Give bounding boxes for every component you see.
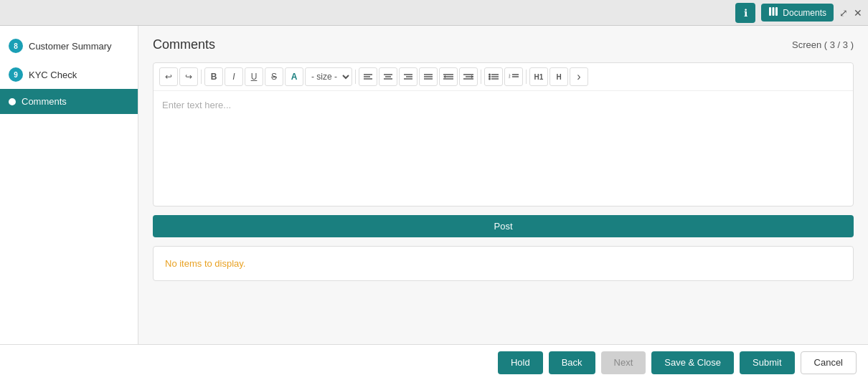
page-title: Comments — [153, 37, 215, 52]
step-badge-customer-summary: 8 — [9, 39, 23, 53]
h1-button[interactable]: H1 — [529, 67, 548, 86]
bold-button[interactable]: B — [204, 67, 223, 86]
next-button[interactable]: Next — [601, 351, 646, 374]
svg-marker-18 — [443, 75, 445, 78]
editor-box: ↩ ↪ B I U S A - size - 8101214161824 — [153, 62, 854, 206]
documents-label: Documents — [783, 8, 826, 18]
cancel-button[interactable]: Cancel — [801, 351, 857, 374]
undo-button[interactable]: ↩ — [159, 67, 178, 86]
justify-button[interactable] — [419, 67, 438, 86]
step-badge-comments — [9, 98, 16, 105]
svg-point-25 — [489, 76, 491, 78]
svg-rect-1 — [773, 7, 775, 16]
content-area: Comments Screen ( 3 / 3 ) ↩ ↪ B I U S A … — [138, 26, 868, 344]
font-color-button[interactable]: A — [285, 67, 303, 86]
screen-info: Screen ( 3 / 3 ) — [792, 39, 854, 50]
h2-button[interactable]: H — [549, 67, 568, 86]
post-button[interactable]: Post — [153, 215, 854, 237]
svg-marker-22 — [471, 75, 473, 78]
expand-button[interactable]: ⤢ — [839, 7, 848, 19]
empty-items-box: No items to display. — [153, 246, 854, 281]
back-button[interactable]: Back — [549, 351, 595, 374]
sidebar-item-customer-summary[interactable]: 8 Customer Summary — [0, 32, 138, 60]
sidebar-item-comments[interactable]: Comments — [0, 89, 138, 114]
sidebar: 8 Customer Summary 9 KYC Check Comments — [0, 26, 138, 344]
strikethrough-button[interactable]: S — [265, 67, 283, 86]
font-size-select[interactable]: - size - 8101214161824 — [305, 67, 352, 86]
sidebar-label-customer-summary: Customer Summary — [29, 41, 112, 52]
toolbar-divider-2 — [355, 70, 356, 84]
italic-button[interactable]: I — [225, 67, 243, 86]
svg-point-23 — [489, 74, 491, 76]
indent-decrease-button[interactable] — [439, 67, 458, 86]
documents-bar-icon — [768, 6, 778, 19]
svg-text:2.: 2. — [509, 75, 511, 79]
underline-button[interactable]: U — [245, 67, 263, 86]
editor-toolbar: ↩ ↪ B I U S A - size - 8101214161824 — [154, 63, 853, 91]
documents-button[interactable]: Documents — [761, 4, 834, 22]
footer: Hold Back Next Save & Close Submit Cance… — [0, 344, 868, 380]
save-close-button[interactable]: Save & Close — [651, 351, 734, 374]
ordered-list-button[interactable]: 1.2. — [504, 67, 523, 86]
sidebar-label-comments: Comments — [22, 96, 67, 107]
sidebar-label-kyc-check: KYC Check — [29, 70, 77, 80]
unordered-list-button[interactable] — [484, 67, 503, 86]
toolbar-divider-3 — [481, 70, 481, 84]
toolbar-divider-4 — [526, 70, 527, 84]
align-center-button[interactable] — [379, 67, 397, 86]
content-header: Comments Screen ( 3 / 3 ) — [153, 37, 854, 52]
empty-message: No items to display. — [165, 258, 245, 269]
editor-placeholder: Enter text here... — [162, 100, 231, 110]
top-bar: ℹ Documents ⤢ ✕ — [0, 0, 868, 26]
close-button[interactable]: ✕ — [854, 7, 862, 19]
svg-point-27 — [489, 78, 491, 80]
align-left-button[interactable] — [359, 67, 377, 86]
sidebar-item-kyc-check[interactable]: 9 KYC Check — [0, 60, 138, 89]
main-layout: 8 Customer Summary 9 KYC Check Comments … — [0, 26, 868, 344]
hold-button[interactable]: Hold — [498, 351, 543, 374]
redo-button[interactable]: ↪ — [179, 67, 198, 86]
more-toolbar-button[interactable]: › — [570, 67, 588, 86]
step-badge-kyc-check: 9 — [9, 67, 23, 82]
info-button[interactable]: ℹ — [735, 3, 755, 23]
submit-button[interactable]: Submit — [740, 351, 794, 374]
indent-increase-button[interactable] — [459, 67, 478, 86]
editor-content[interactable]: Enter text here... — [154, 91, 853, 206]
svg-rect-0 — [769, 7, 771, 16]
toolbar-divider-1 — [201, 70, 202, 84]
svg-rect-2 — [775, 7, 778, 16]
align-right-button[interactable] — [399, 67, 418, 86]
info-icon: ℹ — [744, 7, 747, 19]
